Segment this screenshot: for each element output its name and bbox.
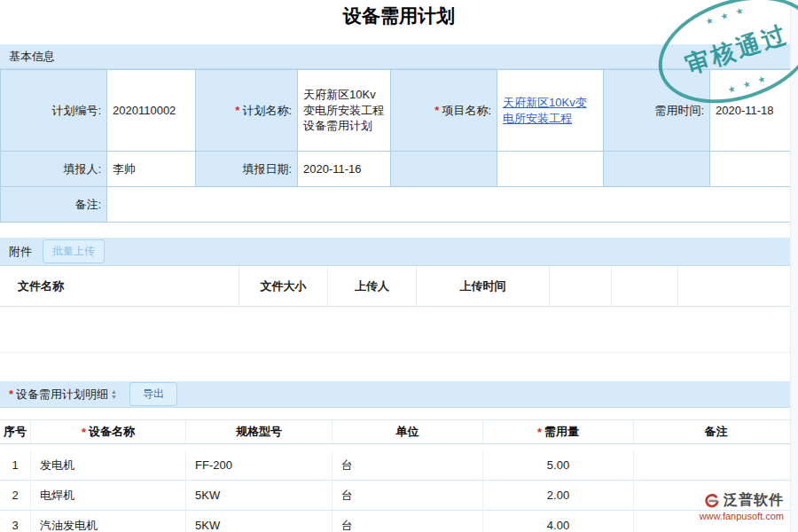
cell-qty: 4.00: [483, 511, 634, 532]
cell-seq: 1: [0, 450, 31, 481]
remark-value: [107, 187, 798, 223]
detail-col-device-text: 设备名称: [89, 424, 135, 440]
cell-device-name: 电焊机: [31, 481, 186, 511]
basic-info-table: 计划编号: 2020110002 * 计划名称: 天府新区10Kv变电所安装工程…: [0, 69, 798, 223]
attach-col-filesize: 文件大小: [239, 266, 328, 306]
required-mark: *: [9, 387, 13, 401]
cell-unit: 台: [332, 511, 483, 532]
detail-col-remark: 备注: [634, 420, 798, 444]
cell-unit: 台: [332, 450, 483, 481]
cell-device-name: 汽油发电机: [31, 511, 186, 532]
attachments-empty-body: [0, 307, 798, 353]
attach-col-empty: [550, 266, 612, 306]
empty-value-cell: [710, 152, 798, 187]
report-date-label: 填报日期:: [196, 152, 298, 187]
export-button[interactable]: 导出: [129, 382, 177, 406]
fanpu-logo-icon: [704, 493, 720, 509]
cell-model: 5KW: [186, 511, 332, 532]
sort-down-icon: ▼: [111, 395, 117, 400]
attachments-section-header: 附件 批量上传: [0, 238, 798, 266]
need-date-value: 2020-11-18: [710, 70, 798, 152]
attach-col-uploader: 上传人: [328, 266, 417, 306]
details-title: 设备需用计划明细: [16, 387, 108, 403]
cell-unit: 台: [332, 481, 483, 511]
remark-label: 备注:: [1, 187, 107, 223]
page: 设备需用计划 ★ ★ ★ 审核通过 ★ ★ ★ 基本信息 计划编号: 20201…: [0, 0, 798, 532]
cell-model: 5KW: [186, 481, 332, 511]
page-title: 设备需用计划: [0, 4, 798, 28]
basic-info-title: 基本信息: [9, 49, 55, 65]
cell-qty: 5.00: [483, 450, 634, 481]
plan-no-value: 2020110002: [107, 70, 196, 152]
vendor-logo: 泛普软件 www.fanpusoft.com: [700, 491, 784, 521]
cell-remark: [634, 450, 798, 481]
scrollbar-track[interactable]: [790, 0, 798, 532]
attachments-title: 附件: [9, 244, 32, 260]
attach-col-empty: [678, 266, 798, 306]
report-date-value: 2020-11-16: [298, 152, 391, 187]
detail-col-seq: 序号: [0, 420, 31, 444]
cell-device-name: 发电机: [31, 450, 186, 481]
need-date-label: 需用时间:: [604, 70, 710, 152]
attach-col-uploadtime: 上传时间: [417, 266, 550, 306]
basic-info-section-header: 基本信息: [0, 44, 798, 69]
plan-no-label: 计划编号:: [1, 70, 107, 152]
plan-name-value: 天府新区10Kv变电所安装工程设备需用计划: [298, 70, 391, 152]
detail-col-device: * 设备名称: [31, 420, 186, 444]
detail-col-qty-text: 需用量: [544, 424, 579, 440]
detail-col-model: 规格型号: [186, 420, 332, 444]
project-name-link[interactable]: 天府新区10Kv变电所安装工程: [503, 95, 598, 126]
detail-col-qty: * 需用量: [483, 420, 634, 444]
required-mark: *: [434, 103, 439, 119]
attachments-table-header: 文件名称 文件大小 上传人 上传时间: [0, 266, 798, 307]
detail-col-unit: 单位: [332, 420, 483, 444]
required-mark: *: [82, 426, 86, 439]
empty-label-cell: [604, 152, 710, 187]
reporter-value: 李帅: [107, 152, 196, 187]
cell-qty: 2.00: [483, 481, 634, 511]
cell-seq: 3: [0, 511, 31, 532]
required-mark: *: [235, 103, 239, 119]
project-name-label-text: 项目名称:: [442, 103, 491, 119]
details-section-header: * 设备需用计划明细 ▲ ▼ 导出: [0, 381, 798, 408]
plan-name-label: * 计划名称:: [196, 70, 298, 152]
cell-model: FF-200: [186, 450, 332, 481]
vendor-url: www.fanpusoft.com: [700, 511, 784, 521]
project-name-label: * 项目名称:: [391, 70, 497, 152]
plan-name-label-text: 计划名称:: [242, 103, 292, 119]
batch-upload-button[interactable]: 批量上传: [43, 239, 105, 263]
attach-col-empty: [612, 266, 678, 306]
sort-icon[interactable]: ▲ ▼: [111, 389, 117, 400]
cell-seq: 2: [0, 481, 31, 511]
project-name-cell: 天府新区10Kv变电所安装工程: [497, 70, 604, 152]
empty-label-cell: [391, 152, 497, 187]
reporter-label: 填报人:: [1, 152, 107, 187]
empty-value-cell: [497, 152, 604, 187]
details-table: 序号 * 设备名称 规格型号 单位 * 需用量 备注 1 发电机 FF-200 …: [0, 419, 798, 532]
required-mark: *: [537, 426, 542, 439]
attach-col-filename: 文件名称: [0, 266, 239, 306]
vendor-brand-text: 泛普软件: [724, 491, 784, 510]
